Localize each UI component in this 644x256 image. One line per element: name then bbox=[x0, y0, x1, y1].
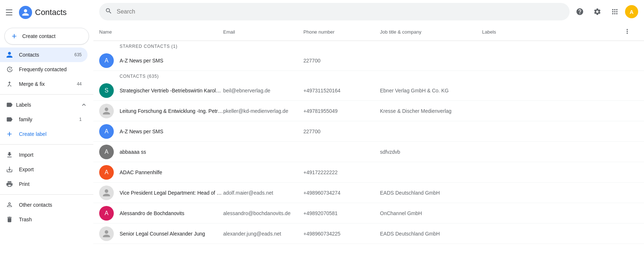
avatar: S bbox=[99, 83, 114, 98]
sidebar-item-family[interactable]: family 1 bbox=[0, 112, 88, 127]
create-label-button[interactable]: Create label bbox=[0, 127, 93, 141]
contact-name: Senior Legal Counsel Alexander Jung bbox=[120, 231, 205, 237]
sidebar-item-trash[interactable]: Trash bbox=[0, 212, 88, 227]
merge-icon bbox=[6, 80, 13, 88]
table-row[interactable]: A abbaaaa ss sdfvzdvb bbox=[93, 142, 644, 162]
settings-button[interactable] bbox=[590, 4, 605, 19]
sidebar-item-import[interactable]: Import bbox=[0, 148, 88, 162]
topbar: A bbox=[93, 0, 644, 23]
sidebar-item-merge[interactable]: Merge & fix 44 bbox=[0, 77, 88, 91]
contact-job: OnChannel GmbH bbox=[380, 210, 482, 216]
contacts-badge: 635 bbox=[74, 52, 82, 57]
trash-label: Trash bbox=[19, 217, 32, 222]
avatar bbox=[99, 104, 114, 118]
contact-email: alexander.jung@eads.net bbox=[223, 231, 303, 237]
contact-phone: 227700 bbox=[303, 129, 380, 134]
table-row[interactable]: A Alessandro de Bochdanovits alessandro@… bbox=[93, 203, 644, 223]
support-button[interactable] bbox=[573, 4, 587, 19]
labels-section: Labels bbox=[6, 101, 31, 108]
frequently-label: Frequently contacted bbox=[19, 66, 67, 72]
labels-title: Labels bbox=[16, 102, 31, 108]
contact-name: Strategischer Vertrieb -Betriebswirtin K… bbox=[120, 88, 223, 93]
contact-name-cell: A Alessandro de Bochdanovits bbox=[99, 206, 223, 221]
contact-name: A-Z News per SMS bbox=[120, 129, 163, 134]
contact-name: ADAC Pannenhilfe bbox=[120, 169, 162, 175]
contact-job: Ebner Verlag GmbH & Co. KG bbox=[380, 88, 482, 93]
label-icon-family bbox=[6, 116, 13, 123]
app-title: Contacts bbox=[35, 8, 67, 17]
contact-phone: +498960734225 bbox=[303, 231, 380, 237]
sidebar-item-print[interactable]: Print bbox=[0, 177, 88, 191]
history-icon bbox=[6, 66, 13, 73]
apps-button[interactable] bbox=[608, 4, 622, 19]
contact-phone: 227700 bbox=[303, 58, 380, 64]
chevron-up-icon bbox=[80, 101, 88, 108]
create-plus-icon bbox=[10, 32, 19, 41]
user-avatar[interactable]: A bbox=[625, 5, 638, 18]
search-box[interactable] bbox=[99, 3, 570, 20]
export-label: Export bbox=[19, 167, 34, 172]
contact-name-cell: A abbaaaa ss bbox=[99, 145, 223, 159]
print-icon bbox=[6, 180, 13, 188]
create-contact-button[interactable]: Create contact bbox=[4, 28, 89, 45]
sidebar-item-contacts[interactable]: Contacts 635 bbox=[0, 47, 88, 62]
person-outline-icon bbox=[6, 201, 13, 209]
contact-phone: +497311520164 bbox=[303, 88, 380, 93]
table-row[interactable]: A ADAC Pannenhilfe +49172222222 bbox=[93, 162, 644, 183]
contacts-label: Contacts bbox=[19, 52, 39, 58]
contact-email: alessandro@bochdanovits.de bbox=[223, 210, 303, 216]
contact-phone: +498960734274 bbox=[303, 190, 380, 196]
merge-label: Merge & fix bbox=[19, 81, 45, 87]
family-badge: 1 bbox=[79, 117, 82, 122]
table-row[interactable]: Vice President Legal Department: Head of… bbox=[93, 183, 644, 203]
col-name: Name bbox=[99, 29, 223, 35]
print-label: Print bbox=[19, 181, 30, 187]
table-row[interactable]: A A-Z News per SMS 227700 bbox=[93, 121, 644, 142]
import-label: Import bbox=[19, 152, 34, 158]
avatar: A bbox=[99, 165, 114, 180]
person-icon bbox=[6, 51, 13, 58]
table-row[interactable]: A A-Z News per SMS 227700 bbox=[93, 50, 644, 71]
search-input[interactable] bbox=[117, 8, 564, 15]
logo-area: Contacts bbox=[19, 6, 67, 19]
contact-phone: +49172222222 bbox=[303, 169, 380, 175]
contact-name: Vice President Legal Department: Head of… bbox=[120, 190, 223, 196]
sidebar-divider-1 bbox=[0, 94, 93, 95]
contact-email: beil@ebnerverlag.de bbox=[223, 88, 303, 93]
contact-name-cell: Senior Legal Counsel Alexander Jung bbox=[99, 226, 223, 241]
sidebar-item-other-contacts[interactable]: Other contacts bbox=[0, 198, 88, 212]
col-job: Job title & company bbox=[380, 29, 482, 35]
labels-header[interactable]: Labels bbox=[0, 98, 93, 112]
family-label: family bbox=[19, 116, 32, 122]
contact-name: A-Z News per SMS bbox=[120, 58, 163, 64]
sidebar-divider-2 bbox=[0, 144, 93, 145]
col-phone: Phone number bbox=[303, 29, 380, 35]
sidebar: Contacts Create contact Contacts 635 Fre… bbox=[0, 0, 93, 256]
sidebar-divider-3 bbox=[0, 194, 93, 195]
contact-name-cell: A ADAC Pannenhilfe bbox=[99, 165, 223, 180]
contact-phone: +49781955049 bbox=[303, 108, 380, 114]
sidebar-item-export[interactable]: Export bbox=[0, 162, 88, 177]
contact-name-cell: A A-Z News per SMS bbox=[99, 53, 223, 68]
hamburger-icon[interactable] bbox=[6, 8, 15, 17]
contact-email: adolf.maier@eads.net bbox=[223, 190, 303, 196]
contact-name: Alessandro de Bochdanovits bbox=[120, 210, 184, 216]
col-labels: Labels bbox=[482, 29, 624, 35]
sidebar-item-frequently[interactable]: Frequently contacted bbox=[0, 62, 88, 77]
table-row[interactable]: Senior Legal Counsel Alexander Jung alex… bbox=[93, 223, 644, 244]
merge-badge: 44 bbox=[77, 81, 82, 87]
col-email: Email bbox=[223, 29, 303, 35]
avatar: A bbox=[99, 124, 114, 139]
topbar-icons: A bbox=[573, 4, 638, 19]
main-content: A Name Email Phone number Job title & co… bbox=[93, 0, 644, 256]
table-row[interactable]: S Strategischer Vertrieb -Betriebswirtin… bbox=[93, 80, 644, 101]
contact-name-cell: S Strategischer Vertrieb -Betriebswirtin… bbox=[99, 83, 223, 98]
table-row[interactable]: Leitung Forschung & Entwicklung -Ing. Pe… bbox=[93, 101, 644, 121]
contact-phone: +49892070581 bbox=[303, 210, 380, 216]
contact-email: pkeller@kd-medienverlag.de bbox=[223, 108, 303, 114]
create-contact-label: Create contact bbox=[22, 33, 55, 39]
logo-avatar bbox=[19, 6, 32, 19]
contact-name-cell: A A-Z News per SMS bbox=[99, 124, 223, 139]
export-icon bbox=[6, 166, 13, 173]
avatar bbox=[99, 186, 114, 200]
